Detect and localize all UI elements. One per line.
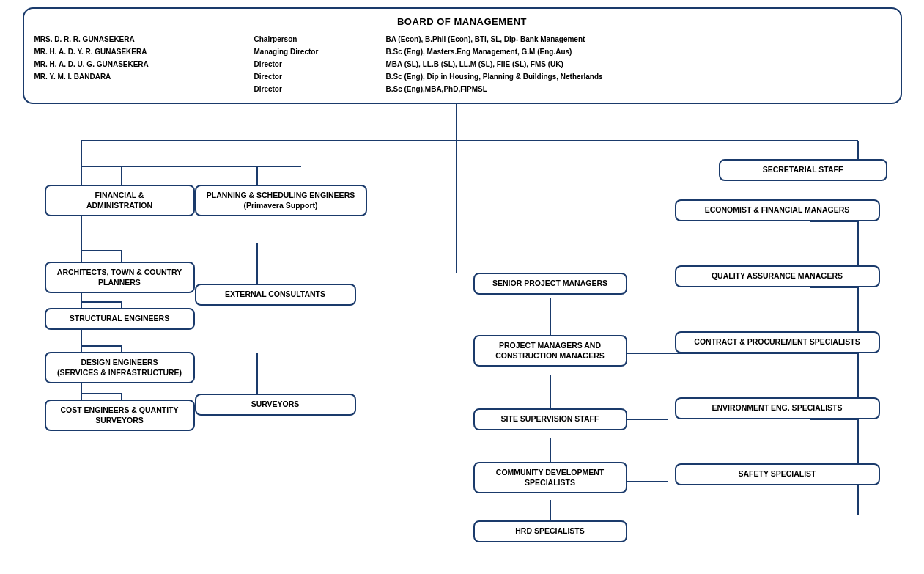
- design-engineers-box: DESIGN ENGINEERS(SERVICES & INFRASTRUCTU…: [45, 352, 195, 383]
- secretarial-staff-box: SECRETARIAL STAFF: [719, 159, 887, 181]
- board-roles: Chairperson Managing Director Director D…: [254, 33, 372, 95]
- external-consultants-box: EXTERNAL CONSULTANTS: [195, 284, 356, 306]
- senior-pm-box: SENIOR PROJECT MANAGERS: [473, 273, 627, 295]
- environment-eng-box: ENVIRONMENT ENG. SPECIALISTS: [675, 397, 880, 419]
- member-role-2: Managing Director: [254, 45, 372, 58]
- contract-procurement-box: CONTRACT & PROCUREMENT SPECIALISTS: [675, 331, 880, 353]
- structural-engineers-box: STRUCTURAL ENGINEERS: [45, 308, 195, 330]
- chart-container: SECRETARIAL STAFF FINANCIAL &ADMINISTRAT…: [8, 104, 917, 529]
- board-box: BOARD OF MANAGEMENT MRS. D. R. R. GUNASE…: [23, 7, 902, 104]
- member-qual-1: BA (Econ), B.Phil (Econ), BTI, SL, Dip- …: [386, 33, 890, 45]
- member-role-1: Chairperson: [254, 33, 372, 45]
- hrd-specialists-box: HRD SPECIALISTS: [473, 520, 627, 542]
- org-chart: BOARD OF MANAGEMENT MRS. D. R. R. GUNASE…: [0, 0, 924, 537]
- member-qual-2: B.Sc (Eng), Masters.Eng Management, G.M …: [386, 45, 890, 58]
- economist-box: ECONOMIST & FINANCIAL MANAGERS: [675, 199, 880, 221]
- board-members: MRS. D. R. R. GUNASEKERA MR. H. A. D. Y.…: [34, 33, 890, 95]
- board-names: MRS. D. R. R. GUNASEKERA MR. H. A. D. Y.…: [34, 33, 240, 95]
- board-title: BOARD OF MANAGEMENT: [34, 16, 890, 27]
- member-name-1: MRS. D. R. R. GUNASEKERA: [34, 33, 240, 45]
- community-dev-box: COMMUNITY DEVELOPMENTSPECIALISTS: [473, 462, 627, 493]
- member-qual-5: B.Sc (Eng),MBA,PhD,FIPMSL: [386, 83, 890, 95]
- member-role-5: Director: [254, 83, 372, 95]
- site-supervision-box: SITE SUPERVISION STAFF: [473, 408, 627, 430]
- surveyors-box: SURVEYORS: [195, 394, 356, 416]
- member-qual-4: B.Sc (Eng), Dip in Housing, Planning & B…: [386, 70, 890, 83]
- member-role-4: Director: [254, 70, 372, 83]
- member-name-4: MR. Y. M. I. BANDARA: [34, 70, 240, 83]
- pm-cm-box: PROJECT MANAGERS ANDCONSTRUCTION MANAGER…: [473, 335, 627, 367]
- member-qual-3: MBA (SL), LL.B (SL), LL.M (SL), FIIE (SL…: [386, 58, 890, 70]
- member-role-3: Director: [254, 58, 372, 70]
- architects-box: ARCHITECTS, TOWN & COUNTRYPLANNERS: [45, 262, 195, 293]
- member-name-3: MR. H. A. D. U. G. GUNASEKERA: [34, 58, 240, 70]
- planning-scheduling-box: PLANNING & SCHEDULING ENGINEERS(Primaver…: [195, 185, 367, 216]
- financial-admin-box: FINANCIAL &ADMINISTRATION: [45, 185, 195, 216]
- safety-specialist-box: SAFETY SPECIALIST: [675, 463, 880, 485]
- board-quals: BA (Econ), B.Phil (Econ), BTI, SL, Dip- …: [386, 33, 890, 95]
- member-name-2: MR. H. A. D. Y. R. GUNASEKERA: [34, 45, 240, 58]
- cost-engineers-box: COST ENGINEERS & QUANTITYSURVEYORS: [45, 400, 195, 431]
- quality-assurance-box: QUALITY ASSURANCE MANAGERS: [675, 265, 880, 287]
